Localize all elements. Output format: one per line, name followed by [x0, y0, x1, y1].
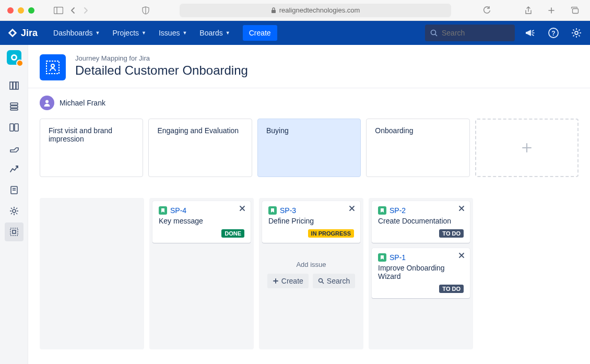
svg-point-19	[13, 56, 16, 59]
remove-issue-icon[interactable]	[458, 205, 465, 212]
remove-issue-icon[interactable]	[239, 205, 245, 212]
avatar[interactable]	[40, 96, 54, 110]
page-title: Detailed Customer Onboarding	[75, 63, 248, 78]
column: SP-3Define PricingIN PROGRESSAdd issueCr…	[259, 198, 363, 349]
column: SP-4Key messageDONE	[149, 198, 254, 349]
megaphone-icon[interactable]	[524, 27, 537, 39]
svg-rect-25	[10, 109, 18, 110]
new-tab-icon[interactable]	[548, 6, 555, 15]
nav-menu-boards[interactable]: Boards▼	[193, 21, 236, 45]
sidebar-backlog[interactable]	[5, 97, 23, 116]
svg-rect-21	[13, 82, 16, 89]
page-header: Journey Mapping for Jira Detailed Custom…	[28, 45, 590, 88]
issue-summary: Improve Onboarding Wizard	[378, 264, 464, 280]
sidebar-settings[interactable]	[5, 202, 23, 220]
add-issue-prompt: Add issueCreateSearch	[262, 261, 360, 288]
nav-menu-projects[interactable]: Projects▼	[106, 21, 152, 45]
url-text: realignedtechnologies.com	[279, 6, 360, 14]
search-icon	[430, 29, 438, 37]
svg-point-31	[13, 209, 16, 213]
svg-line-46	[322, 282, 324, 284]
svg-line-36	[11, 208, 12, 209]
story-icon	[268, 206, 277, 215]
issue-key[interactable]: SP-2	[390, 206, 406, 215]
status-badge: DONE	[221, 229, 244, 238]
project-avatar[interactable]	[7, 50, 21, 65]
column	[40, 198, 144, 349]
svg-point-4	[431, 30, 436, 35]
back-icon[interactable]	[70, 7, 76, 14]
svg-point-45	[318, 279, 322, 283]
breadcrumb[interactable]: Journey Mapping for Jira	[75, 54, 248, 62]
remove-issue-icon[interactable]	[349, 205, 355, 212]
svg-rect-6	[526, 32, 527, 34]
sidebar-journey-mapping[interactable]	[5, 222, 23, 241]
issue-key[interactable]: SP-4	[170, 206, 186, 215]
url-bar[interactable]: realignedtechnologies.com	[180, 4, 451, 17]
status-badge: TO DO	[439, 229, 464, 238]
jira-topnav: Jira Dashboards▼Projects▼Issues▼Boards▼ …	[0, 21, 590, 45]
status-badge: IN PROGRESS	[308, 229, 354, 238]
browser-chrome: realignedtechnologies.com	[0, 0, 590, 21]
svg-line-5	[435, 34, 438, 37]
search-issue-button[interactable]: Search	[313, 274, 355, 288]
global-search[interactable]	[425, 25, 515, 41]
story-icon	[378, 253, 386, 262]
close-window-icon[interactable]	[7, 7, 14, 14]
sidebar-pages[interactable]	[5, 181, 23, 199]
svg-rect-26	[10, 124, 14, 131]
nav-menu-issues[interactable]: Issues▼	[152, 21, 193, 45]
svg-line-17	[579, 30, 580, 31]
maximize-window-icon[interactable]	[28, 7, 34, 14]
remove-issue-icon[interactable]	[458, 252, 465, 259]
svg-rect-2	[272, 10, 276, 13]
stage-card[interactable]: Buying	[257, 119, 361, 177]
help-icon[interactable]: ?	[547, 27, 560, 39]
reload-icon[interactable]	[483, 6, 491, 14]
sidebar-releases[interactable]	[5, 139, 23, 158]
svg-point-9	[575, 31, 578, 34]
settings-gear-icon[interactable]	[570, 27, 583, 39]
issue-card[interactable]: SP-4Key messageDONE	[152, 201, 251, 243]
tabs-icon[interactable]	[571, 6, 579, 15]
stage-card[interactable]: Engaging and Evaluation	[148, 119, 252, 177]
sidebar-roadmap[interactable]	[5, 76, 23, 95]
svg-point-44	[45, 100, 49, 103]
search-input[interactable]	[442, 29, 504, 37]
minimize-window-icon[interactable]	[18, 7, 24, 14]
issue-card[interactable]: SP-1Improve Onboarding WizardTO DO	[372, 248, 470, 298]
nav-menu-dashboards[interactable]: Dashboards▼	[47, 21, 106, 45]
lock-icon	[271, 7, 276, 14]
sidebar-toggle-icon[interactable]	[54, 7, 63, 14]
sidebar-reports[interactable]	[5, 160, 23, 179]
sidebar-board[interactable]	[5, 118, 23, 137]
svg-line-14	[573, 30, 574, 31]
stage-card[interactable]: Onboarding	[366, 119, 469, 177]
story-icon	[159, 206, 167, 215]
issue-summary: Key message	[159, 217, 244, 225]
column: SP-2Create DocumentationTO DOSP-1Improve…	[369, 198, 473, 349]
svg-rect-0	[54, 7, 63, 14]
columns-row: SP-4Key messageDONESP-3Define PricingIN …	[28, 177, 590, 361]
shield-icon[interactable]	[142, 6, 149, 15]
issue-summary: Define Pricing	[268, 217, 354, 225]
create-button[interactable]: Create	[243, 25, 277, 41]
chevron-down-icon: ▼	[96, 30, 100, 36]
svg-rect-3	[573, 8, 579, 13]
svg-line-37	[16, 213, 17, 214]
stage-card[interactable]: First visit and brand impression	[40, 119, 143, 177]
issue-key[interactable]: SP-3	[280, 206, 296, 215]
jira-logo-text: Jira	[21, 28, 38, 39]
issue-card[interactable]: SP-3Define PricingIN PROGRESS	[262, 201, 360, 243]
forward-icon[interactable]	[83, 7, 88, 14]
jira-logo[interactable]: Jira	[7, 28, 38, 39]
create-issue-button[interactable]: Create	[267, 274, 309, 288]
stages-row: First visit and brand impressionEngaging…	[40, 119, 579, 177]
add-stage-button[interactable]	[475, 119, 579, 177]
chevron-down-icon: ▼	[141, 30, 146, 36]
share-icon[interactable]	[525, 6, 532, 15]
page-app-icon	[40, 54, 66, 80]
svg-line-16	[573, 35, 574, 36]
issue-card[interactable]: SP-2Create DocumentationTO DO	[372, 201, 470, 243]
issue-key[interactable]: SP-1	[390, 253, 406, 262]
